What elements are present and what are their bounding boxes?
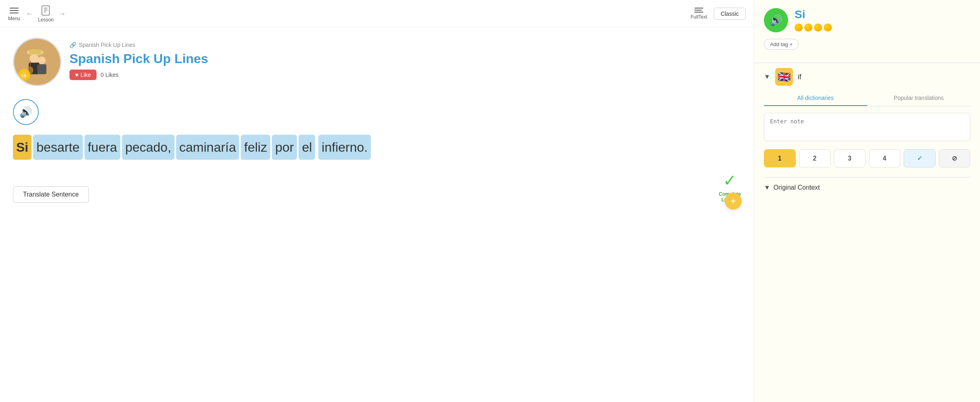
context-chevron-icon: ▼ — [764, 184, 770, 191]
word-por[interactable]: por — [272, 135, 297, 160]
menu-icon — [8, 6, 20, 15]
word-speaker-icon: 🔊 — [770, 14, 782, 27]
chevron-down-icon[interactable]: ▼ — [764, 73, 770, 80]
ignore-icon: ⊘ — [952, 155, 957, 162]
add-tag-button[interactable]: Add tag + — [764, 39, 799, 50]
sentence: Si besarte fuera pecado, caminaría feliz… — [13, 135, 741, 160]
like-section: ♥ Like 0 Likes — [69, 70, 208, 80]
plus-icon: + — [730, 195, 736, 207]
float-plus-button[interactable]: + — [725, 193, 742, 209]
word-caminaria[interactable]: caminaría — [176, 135, 240, 160]
translate-sentence-button[interactable]: Translate Sentence — [13, 186, 89, 203]
coin-4 — [824, 23, 832, 32]
lesson-title: Spanish Pick Up Lines — [69, 51, 208, 66]
main-panel: Menu ← Lesson → — [0, 0, 754, 402]
breadcrumb-text: Spanish Pick Up Lines — [79, 42, 135, 48]
like-count: 0 Likes — [101, 72, 118, 78]
word-fuera[interactable]: fuera — [84, 135, 120, 160]
menu-label: Menu — [8, 16, 20, 21]
word-audio-button[interactable]: 🔊 — [764, 8, 788, 32]
lesson-nav-button[interactable]: Lesson — [38, 5, 54, 23]
avatar-image: LQ — [14, 39, 60, 85]
complete-checkmark-icon: ✓ — [723, 171, 737, 190]
checkmark-icon: ✓ — [917, 155, 922, 162]
original-context: ▼ Original Context — [754, 184, 980, 199]
menu-button[interactable]: Menu — [8, 6, 20, 21]
tab-all-dictionaries[interactable]: All dictionaries — [764, 91, 867, 106]
like-label: Like — [80, 72, 91, 78]
fulltext-label: FullText — [691, 14, 707, 20]
toolbar-left: Menu ← Lesson → — [8, 5, 68, 23]
translation-header: ▼ 🇬🇧 if — [764, 68, 970, 86]
word-card-top: 🔊 Si — [764, 8, 970, 32]
nav-back-arrow[interactable]: ← — [23, 9, 36, 19]
toolbar: Menu ← Lesson → — [0, 0, 754, 28]
level-known-button[interactable]: ✓ — [904, 149, 936, 167]
heart-icon: ♥ — [75, 72, 78, 78]
knowledge-levels: 1 2 3 4 ✓ ⊘ — [764, 149, 970, 167]
svg-point-7 — [29, 54, 39, 63]
lesson-nav: ← Lesson → — [23, 5, 68, 23]
svg-rect-6 — [29, 50, 41, 54]
svg-rect-10 — [37, 64, 46, 74]
lesson-meta: 🔗 Spanish Pick Up Lines Spanish Pick Up … — [69, 38, 208, 80]
link-icon: 🔗 — [69, 42, 76, 48]
word-info: Si — [795, 8, 970, 32]
translation-word: if — [798, 73, 801, 81]
level-ignore-button[interactable]: ⊘ — [939, 149, 971, 167]
fulltext-button[interactable]: FullText — [691, 8, 707, 20]
word-pecado[interactable]: pecado, — [122, 135, 175, 160]
translation-section: ▼ 🇬🇧 if All dictionaries Popular transla… — [754, 68, 980, 176]
svg-point-9 — [38, 57, 46, 64]
svg-rect-0 — [42, 6, 50, 15]
audio-button[interactable]: 🔊 — [13, 99, 39, 125]
word-el[interactable]: el — [299, 135, 315, 160]
level-2-button[interactable]: 2 — [799, 149, 831, 167]
context-label: Original Context — [774, 184, 820, 191]
context-header[interactable]: ▼ Original Context — [764, 184, 970, 191]
note-input[interactable] — [764, 113, 970, 141]
level-3-button[interactable]: 3 — [834, 149, 866, 167]
lesson-header: LQ 🔗 Spanish Pick Up Lines Spanish Pick … — [0, 28, 754, 93]
lingq-logo-icon: LQ — [20, 71, 28, 79]
right-panel: 🔊 Si Add tag + ▼ 🇬🇧 if All — [754, 0, 980, 402]
lesson-doc-icon — [40, 5, 51, 16]
divider-1 — [754, 63, 980, 63]
uk-flag-icon: 🇬🇧 — [778, 71, 791, 83]
flag-badge: 🇬🇧 — [775, 68, 793, 86]
level-4-button[interactable]: 4 — [869, 149, 901, 167]
coin-3 — [814, 23, 822, 32]
word-card: 🔊 Si Add tag + — [754, 0, 980, 63]
lesson-label: Lesson — [38, 17, 54, 23]
like-button[interactable]: ♥ Like — [69, 70, 97, 80]
coin-2 — [804, 23, 812, 32]
lesson-avatar: LQ — [13, 38, 61, 86]
lingq-badge: LQ — [18, 69, 30, 81]
word-coins — [795, 23, 970, 32]
word-besarte[interactable]: besarte — [33, 135, 83, 160]
breadcrumb: 🔗 Spanish Pick Up Lines — [69, 42, 208, 48]
panel-divider — [764, 177, 970, 178]
nav-forward-arrow[interactable]: → — [56, 9, 68, 19]
dict-tabs: All dictionaries Popular translations — [764, 91, 970, 106]
word-infierno[interactable]: infierno. — [318, 135, 371, 160]
fulltext-icon — [694, 8, 703, 13]
classic-button[interactable]: Classic — [714, 8, 746, 20]
word-feliz[interactable]: feliz — [241, 135, 270, 160]
svg-text:LQ: LQ — [21, 74, 26, 77]
tab-popular-translations[interactable]: Popular translations — [867, 91, 971, 106]
lesson-content: 🔊 Si besarte fuera pecado, caminaría fel… — [0, 93, 754, 216]
level-1-button[interactable]: 1 — [764, 149, 796, 167]
coin-1 — [795, 23, 803, 32]
word-display: Si — [795, 8, 970, 21]
word-si[interactable]: Si — [13, 135, 32, 160]
speaker-icon: 🔊 — [19, 106, 32, 118]
